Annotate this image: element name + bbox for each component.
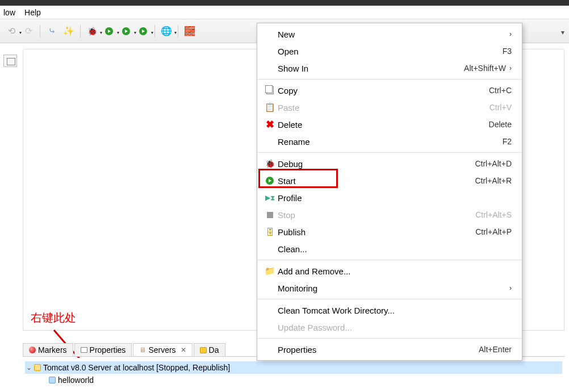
toolbar-separator <box>154 25 155 37</box>
menu-help[interactable]: Help <box>24 8 41 17</box>
toolbar-separator <box>80 25 81 37</box>
toolbar-separator <box>178 25 178 37</box>
menu-separator <box>257 79 522 80</box>
menu-item-open[interactable]: Open F3 <box>257 43 522 60</box>
close-icon[interactable]: ✕ <box>181 346 186 354</box>
menu-item-monitoring[interactable]: Monitoring › <box>257 280 522 297</box>
menu-item-new[interactable]: New › <box>257 26 522 43</box>
window-titlebar <box>0 0 569 6</box>
paste-icon: 📋 <box>262 102 278 112</box>
menu-item-profile[interactable]: ▶⧗ Profile <box>257 189 522 206</box>
menubar[interactable]: low Help <box>0 6 569 19</box>
toolbar-separator <box>40 25 40 37</box>
toolbar-wand-icon[interactable]: ✨ <box>61 23 77 39</box>
copy-icon <box>262 86 278 94</box>
server-label: Tomcat v8.0 Server at localhost [Stopped… <box>43 363 230 372</box>
chevron-right-icon: › <box>509 284 512 292</box>
tab-label: Da <box>209 345 219 355</box>
module-icon <box>49 377 56 383</box>
profile-icon: ▶⧗ <box>262 194 278 202</box>
play-icon <box>262 177 278 185</box>
properties-icon <box>81 347 87 353</box>
tab-data[interactable]: Da <box>194 343 225 356</box>
menu-item-debug[interactable]: 🐞 Debug Ctrl+Alt+D <box>257 155 522 172</box>
tab-properties[interactable]: Properties <box>74 343 132 356</box>
stop-icon <box>262 212 278 218</box>
menu-separator <box>257 152 522 153</box>
server-tree-root[interactable]: ⌄ Tomcat v8.0 Server at localhost [Stopp… <box>25 361 562 374</box>
menu-item-paste: 📋 Paste Ctrl+V <box>257 99 522 116</box>
toolbar-browser-icon[interactable]: 🌐▾ <box>158 23 174 39</box>
servers-panel: ⌄ Tomcat v8.0 Server at localhost [Stopp… <box>23 358 564 392</box>
toolbar-redo-icon[interactable]: ⟳ <box>20 23 36 39</box>
folded-view-icon[interactable] <box>3 55 17 67</box>
publish-icon: 🗄 <box>262 227 278 237</box>
tab-servers[interactable]: 🖥 Servers ✕ <box>133 343 192 356</box>
menu-item-show-in[interactable]: Show In Alt+Shift+W › <box>257 60 522 77</box>
tab-label: Servers <box>148 345 175 355</box>
menu-item-rename[interactable]: Rename F2 <box>257 133 522 150</box>
menu-item-publish[interactable]: 🗄 Publish Ctrl+Alt+P <box>257 223 522 240</box>
add-remove-icon: 📁 <box>262 266 278 276</box>
chevron-right-icon: › <box>509 64 512 72</box>
menu-item-copy[interactable]: Copy Ctrl+C <box>257 82 522 99</box>
menu-low[interactable]: low <box>3 8 15 17</box>
tab-label: Properties <box>90 345 126 355</box>
tab-markers[interactable]: Markers <box>23 343 73 356</box>
server-tree-child[interactable]: helloworld <box>25 374 562 386</box>
menu-item-clean[interactable]: Clean... <box>257 240 522 257</box>
chevron-down-icon[interactable]: ⌄ <box>25 364 33 372</box>
servers-icon: 🖥 <box>139 346 146 354</box>
toolbar-overflow-chevron-icon[interactable]: ▾ <box>561 28 564 36</box>
menu-item-update-password: Update Password... <box>257 319 522 336</box>
module-label: helloworld <box>58 376 94 385</box>
annotation-label: 右键此处 <box>31 310 76 326</box>
toolbar-run-ext2-icon[interactable]: ▾ <box>135 23 151 39</box>
toolbar-skip-icon[interactable]: ⤷ <box>44 23 60 39</box>
toolbar-undo-icon[interactable]: ⟲▾ <box>3 23 19 39</box>
data-icon <box>200 347 207 353</box>
menu-item-stop: Stop Ctrl+Alt+S <box>257 206 522 223</box>
server-context-menu: New › Open F3 Show In Alt+Shift+W › Copy… <box>257 23 522 361</box>
tab-label: Markers <box>38 345 67 355</box>
menu-separator <box>257 299 522 299</box>
menu-item-add-remove[interactable]: 📁 Add and Remove... <box>257 262 522 280</box>
delete-icon: ✖ <box>262 118 278 131</box>
menu-item-clean-tomcat[interactable]: Clean Tomcat Work Directory... <box>257 302 522 319</box>
marker-icon <box>29 347 36 353</box>
server-icon <box>34 364 41 371</box>
chevron-right-icon: › <box>509 30 512 38</box>
menu-item-properties[interactable]: Properties Alt+Enter <box>257 341 522 358</box>
toolbar-run-ext1-icon[interactable]: ▾ <box>118 23 134 39</box>
toolbar-build-icon[interactable]: 🧱 <box>182 23 198 39</box>
toolbar-run-icon[interactable]: ▾ <box>101 23 117 39</box>
menu-separator <box>257 338 522 339</box>
menu-item-start[interactable]: Start Ctrl+Alt+R <box>257 172 522 189</box>
bug-icon: 🐞 <box>262 159 278 168</box>
menu-item-delete[interactable]: ✖ Delete Delete <box>257 116 522 133</box>
menu-separator <box>257 260 522 260</box>
toolbar-debug-icon[interactable]: 🐞▾ <box>84 23 100 39</box>
